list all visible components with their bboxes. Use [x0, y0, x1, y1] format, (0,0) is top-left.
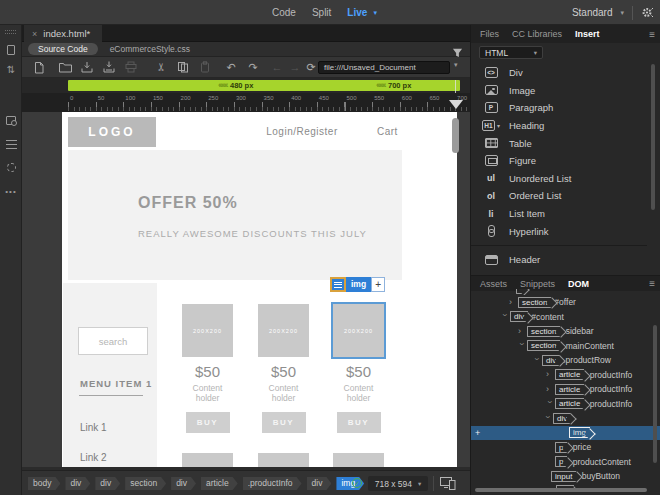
sidebar-link[interactable]: Link 1 — [80, 422, 107, 433]
element-menu-icon[interactable] — [330, 277, 346, 292]
address-dropdown-icon[interactable]: ▾ — [454, 61, 458, 69]
nav-login-register[interactable]: Login/Register — [257, 126, 347, 137]
insert-item-image[interactable]: Image — [471, 82, 653, 100]
cut-button[interactable]: ✂ — [154, 60, 168, 74]
dom-node-img[interactable]: +img — [471, 426, 660, 441]
related-file-css[interactable]: eCommerceStyle.css — [110, 44, 190, 54]
tag-selector-div[interactable]: div — [171, 477, 196, 490]
window-size-selector[interactable]: 718 x 594 ▾ — [368, 476, 428, 491]
panel-tab-cc-libraries[interactable]: CC Libraries — [512, 29, 562, 39]
insert-item-list-item[interactable]: liList Item — [471, 205, 653, 223]
document-tab[interactable]: × index.html* — [24, 25, 102, 42]
dom-node-productInfo[interactable]: ›article.productInfo — [471, 368, 660, 383]
product-image-placeholder[interactable]: 200X200 — [258, 304, 309, 357]
save-all-button[interactable] — [102, 60, 116, 74]
dom-tag-pill[interactable]: p — [555, 442, 567, 453]
dom-node-div[interactable]: ›div — [471, 411, 660, 426]
dom-tag-pill[interactable]: div — [542, 355, 560, 366]
insert-item-hyperlink[interactable]: Hyperlink — [471, 222, 653, 240]
chevron-down-icon[interactable]: ▾ — [373, 9, 377, 17]
insert-item-heading[interactable]: H1▾Heading — [471, 117, 653, 135]
panel-tab-insert[interactable]: Insert — [575, 29, 600, 39]
dom-tag-pill[interactable]: section — [518, 297, 551, 308]
tag-selector-productInfo[interactable]: .productInfo — [243, 477, 302, 490]
dom-node-sidebar[interactable]: ›section.sidebar — [471, 324, 660, 339]
insert-item-div[interactable]: <>Div — [471, 64, 653, 82]
panel-tab-snippets[interactable]: Snippets — [520, 279, 555, 289]
insert-item-paragraph[interactable]: PParagraph — [471, 99, 653, 117]
nav-cart[interactable]: Cart — [377, 126, 398, 137]
refresh-button[interactable]: ⟳ — [304, 60, 318, 74]
dom-node-buyButton[interactable]: input.buyButton — [471, 469, 660, 484]
dom-node-mainContent[interactable]: ›section.mainContent — [471, 339, 660, 354]
dom-tag-pill[interactable]: input — [551, 471, 576, 482]
element-tag-label[interactable]: img — [346, 277, 371, 292]
dom-tag-pill[interactable]: section — [527, 326, 560, 337]
tag-selector-div[interactable]: div — [95, 477, 120, 490]
lint-ok-icon[interactable]: ✓ — [352, 478, 362, 488]
search-input[interactable] — [78, 327, 148, 355]
expand-arrow-icon[interactable]: › — [546, 384, 552, 395]
dom-vertical-scrollbar[interactable] — [653, 325, 657, 463]
buy-button[interactable]: BUY — [262, 412, 306, 433]
view-mode-code[interactable]: Code — [272, 7, 296, 18]
dom-tag-pill[interactable]: p — [555, 456, 567, 467]
expand-arrow-icon[interactable]: › — [546, 369, 552, 380]
collapse-arrow-icon[interactable]: › — [531, 357, 542, 363]
panel-menu-icon[interactable]: ≡ — [649, 278, 655, 289]
insert-item-header[interactable]: Header — [471, 251, 653, 269]
insert-category-select[interactable]: HTML ▾ — [479, 46, 543, 59]
dom-node-offer[interactable]: ›section#offer — [471, 295, 660, 310]
insert-scrollbar[interactable] — [651, 64, 655, 210]
tag-selector-div[interactable]: div — [307, 477, 332, 490]
panel-tab-assets[interactable]: Assets — [480, 279, 507, 289]
dom-tag-pill[interactable] — [516, 289, 524, 294]
dom-tag-pill[interactable]: div — [553, 413, 571, 424]
copy-button[interactable] — [176, 60, 190, 74]
panel-tab-dom[interactable]: DOM — [568, 279, 589, 289]
dom-horizontal-scrollbar[interactable] — [475, 488, 647, 492]
dom-node-productInfo[interactable]: ›article.productInfo — [471, 382, 660, 397]
more-tools-icon[interactable]: ••• — [0, 183, 22, 199]
forward-button[interactable]: → — [288, 60, 302, 74]
dom-node-price[interactable]: p.price — [471, 440, 660, 455]
insert-item-ordered-list[interactable]: olOrdered List — [471, 187, 653, 205]
print-button[interactable] — [124, 60, 138, 74]
save-button[interactable] — [80, 60, 94, 74]
insert-item-unordered-list[interactable]: ulUnordered List — [471, 170, 653, 188]
media-query-green-bar[interactable]: ‹‹‹‹‹‹ 480 px ‹‹‹‹‹‹ 700 px — [68, 80, 460, 91]
view-mode-split[interactable]: Split — [312, 7, 331, 18]
tag-selector-div[interactable]: div — [65, 477, 90, 490]
panel-tab-files[interactable]: Files — [480, 29, 499, 39]
collapse-arrow-icon[interactable]: › — [544, 401, 555, 407]
product-image-placeholder[interactable]: 200X200 — [333, 304, 384, 357]
canvas-scrollbar[interactable] — [452, 118, 459, 153]
add-element-icon[interactable]: + — [371, 277, 385, 292]
dom-tag-pill[interactable]: section — [527, 340, 560, 351]
preview-devices-icon[interactable] — [440, 476, 456, 494]
collapse-arrow-icon[interactable]: › — [516, 343, 527, 349]
buy-button[interactable]: BUY — [186, 412, 230, 433]
tag-selector-body[interactable]: body — [28, 477, 60, 490]
tag-selector-section[interactable]: section — [125, 477, 166, 490]
insert-item-figure[interactable]: Figure — [471, 152, 653, 170]
panel-menu-icon[interactable]: ≡ — [649, 29, 655, 40]
product-image-placeholder[interactable]: 200X200 — [182, 304, 233, 357]
dom-tag-pill[interactable]: article — [555, 369, 584, 380]
paste-button[interactable] — [198, 60, 212, 74]
dom-node-productContent[interactable]: p.productContent — [471, 455, 660, 470]
file-management-icon[interactable]: ⇅ — [0, 62, 22, 78]
sync-settings-button[interactable] — [641, 6, 654, 19]
view-mode-live[interactable]: Live — [347, 7, 367, 18]
dom-panel-icon[interactable] — [0, 136, 22, 152]
dom-tag-pill[interactable]: img — [569, 427, 590, 438]
address-input[interactable]: file:///Unsaved_Document — [318, 61, 450, 74]
add-node-icon[interactable]: + — [475, 428, 480, 438]
workspace-switcher[interactable]: Standard — [572, 7, 613, 18]
open-documents-icon[interactable] — [0, 42, 22, 58]
undo-button[interactable]: ↶ — [224, 60, 238, 74]
collapse-arrow-icon[interactable]: › — [542, 415, 553, 421]
code-navigator-icon[interactable] — [0, 112, 22, 128]
tag-selector-article[interactable]: article — [201, 477, 238, 490]
back-button[interactable]: ← — [270, 60, 284, 74]
